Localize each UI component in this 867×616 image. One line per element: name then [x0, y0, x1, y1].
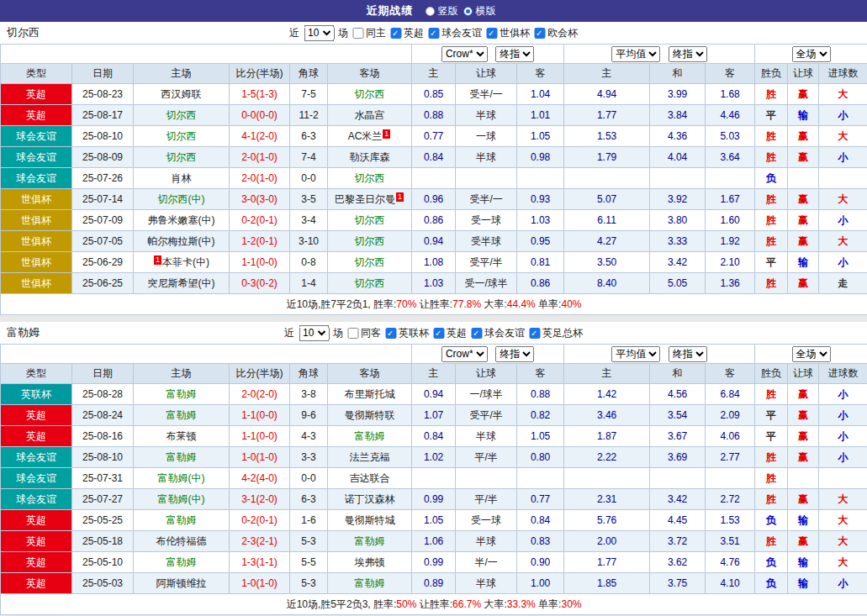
league-filter-checkbox[interactable]: 英超: [433, 326, 467, 340]
avg-draw-odds: 3.72: [650, 531, 706, 552]
match-date: 25-07-31: [72, 468, 134, 489]
avg-home-odds: 2.00: [564, 531, 650, 552]
checkbox-icon[interactable]: [534, 28, 545, 39]
checkbox-icon[interactable]: [385, 328, 396, 339]
red-card-count: 1: [396, 192, 404, 202]
away-odds: 1.00: [517, 573, 564, 594]
away-odds: 0.77: [517, 489, 564, 510]
league-type-badge: 英超: [1, 105, 72, 126]
filter-bar: 近10场同主英超球会友谊世俱杯欧会杯: [289, 25, 578, 41]
summary-stat-value: 70%: [396, 298, 416, 310]
recent-count-select[interactable]: 10: [304, 25, 334, 41]
column-header: 客: [517, 64, 564, 84]
match-result: 负: [755, 510, 788, 531]
column-header: 胜负: [755, 364, 788, 384]
league-filter-checkbox[interactable]: 欧会杯: [534, 26, 578, 40]
final-odds-select[interactable]: 终指: [495, 46, 534, 62]
checkbox-icon[interactable]: [428, 28, 439, 39]
checkbox-label: 同客: [361, 326, 381, 340]
match-date: 25-08-10: [72, 447, 134, 468]
match-row: 英超25-08-23西汉姆联1-5(1-3)7-5切尔西0.85受半/一1.04…: [1, 84, 867, 105]
avg-draw-odds: 3.42: [650, 489, 706, 510]
avg-home-odds: 1.42: [564, 384, 650, 405]
away-odds: 0.95: [517, 231, 564, 252]
match-result: 负: [755, 168, 788, 189]
away-odds: 0.80: [517, 447, 564, 468]
handicap-odds-group: Crow* 终指: [412, 345, 564, 364]
league-filter-checkbox[interactable]: 球会友谊: [471, 326, 525, 340]
goals-result: 小: [819, 426, 867, 447]
final-odds-select[interactable]: 终指: [669, 46, 707, 62]
league-filter-checkbox[interactable]: 英足总杯: [529, 326, 583, 340]
filter-bar: 近10场同客英联杯英超球会友谊英足总杯: [284, 325, 583, 341]
games-label: 场: [338, 26, 348, 40]
league-type-badge: 球会友谊: [1, 489, 72, 510]
summary-stat-value: 50%: [396, 598, 416, 610]
recent-matches-table: Crow* 终指 平均值 终指 全场 类型日期主场比分(半场)角球客场主让球客主…: [0, 344, 867, 615]
radio-icon[interactable]: [463, 7, 473, 16]
match-result: 胜: [755, 126, 788, 147]
corners: 0-8: [290, 252, 328, 273]
final-odds-select[interactable]: 终指: [669, 346, 707, 362]
radio-icon[interactable]: [426, 7, 435, 16]
column-header: 主场: [134, 64, 230, 84]
checkbox-icon[interactable]: [390, 28, 401, 39]
fulltime-select[interactable]: 全场: [792, 346, 831, 362]
column-header: 让球: [788, 364, 819, 384]
home-odds: 0.99: [412, 489, 456, 510]
fulltime-select[interactable]: 全场: [792, 46, 831, 62]
match-date: 25-08-16: [72, 426, 134, 447]
avg-away-odds: 1.36: [706, 273, 755, 294]
final-odds-select[interactable]: 终指: [495, 346, 534, 362]
home-team: 富勒姆: [134, 447, 230, 468]
layout-radio[interactable]: 横版: [463, 4, 496, 18]
team-name-text: 突尼斯希望(中): [148, 277, 215, 289]
avg-away-odds: 4.76: [706, 552, 755, 573]
summary-record: 近10场,胜5平2负3,: [287, 598, 373, 610]
column-header: 主场: [134, 364, 230, 384]
average-odds-select[interactable]: 平均值: [611, 46, 660, 62]
team-name-text: 布里斯托城: [345, 388, 395, 400]
avg-away-odds: 4.46: [706, 105, 755, 126]
avg-draw-odds: 5.05: [650, 273, 706, 294]
checkbox-icon[interactable]: [471, 328, 482, 339]
checkbox-icon[interactable]: [347, 328, 358, 339]
home-odds: 0.84: [412, 147, 456, 168]
match-row: 英超25-08-24富勒姆1-1(0-0)9-6曼彻斯特联1.07受平/半0.8…: [1, 405, 867, 426]
checkbox-icon[interactable]: [486, 28, 497, 39]
avg-draw-odds: 4.36: [650, 126, 706, 147]
checkbox-icon[interactable]: [352, 28, 363, 39]
odds-company-select[interactable]: Crow*: [441, 346, 488, 362]
average-odds-select[interactable]: 平均值: [611, 346, 660, 362]
home-team: 切尔西(中): [134, 189, 230, 210]
column-header: 日期: [72, 64, 134, 84]
league-type-badge: 英超: [1, 426, 72, 447]
venue-filter-checkbox[interactable]: 同主: [352, 26, 386, 40]
away-team: 切尔西: [328, 273, 412, 294]
column-header: 让球: [456, 64, 517, 84]
odds-company-select[interactable]: Crow*: [441, 46, 488, 62]
away-team: 勒沃库森: [328, 147, 412, 168]
team-name-text: 布伦特福德: [156, 535, 207, 547]
league-filter-checkbox[interactable]: 球会友谊: [428, 26, 482, 40]
score: 1-2(0-1): [230, 231, 290, 252]
venue-filter-checkbox[interactable]: 同客: [347, 326, 381, 340]
avg-draw-odds: 3.54: [650, 405, 706, 426]
checkbox-icon[interactable]: [433, 328, 444, 339]
summary-cell: 近10场,胜5平2负3, 胜率:50% 让胜率:66.7% 大率:33.3% 单…: [1, 594, 867, 615]
away-odds: 0.83: [517, 531, 564, 552]
checkbox-icon[interactable]: [529, 328, 540, 339]
avg-away-odds: 3.51: [706, 531, 755, 552]
layout-radio[interactable]: 竖版: [426, 4, 458, 18]
home-odds: 0.86: [412, 210, 456, 231]
league-type-badge: 英联杯: [1, 384, 72, 405]
league-filter-checkbox[interactable]: 英超: [390, 26, 424, 40]
league-filter-checkbox[interactable]: 英联杯: [385, 326, 429, 340]
home-team: 弗鲁米嫩塞(中): [134, 210, 230, 231]
team-name-text: 帕尔梅拉斯(中): [148, 235, 215, 247]
recent-count-select[interactable]: 10: [299, 325, 329, 341]
avg-draw-odds: 4.45: [650, 510, 706, 531]
corners: 3-5: [290, 189, 328, 210]
match-row: 英超25-05-18布伦特福德2-3(2-1)5-3富勒姆1.06半球0.832…: [1, 531, 867, 552]
league-filter-checkbox[interactable]: 世俱杯: [486, 26, 530, 40]
